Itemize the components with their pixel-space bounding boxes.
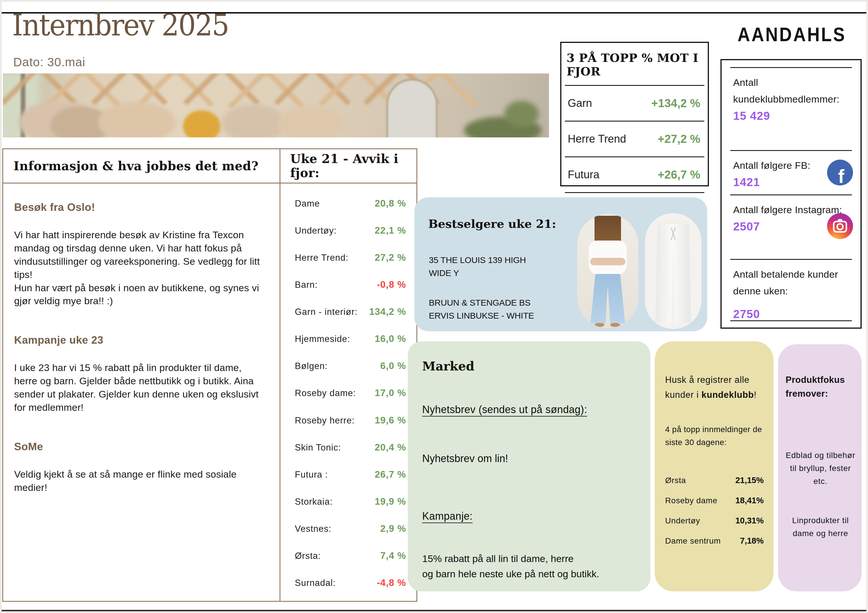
stat-row: Garn - interiør:134,2 % bbox=[288, 306, 408, 317]
stat-kundeklubb: Antall kundeklubbmedlemmer: 15 429 bbox=[722, 68, 860, 150]
social-stats-sidebar: Antall kundeklubbmedlemmer: 15 429 Antal… bbox=[721, 59, 862, 329]
info-heading: SoMe bbox=[14, 441, 262, 453]
facebook-icon: f bbox=[827, 159, 853, 186]
top3-row: Herre Trend +27,2 % bbox=[565, 122, 704, 157]
date-label: Dato: 30.mai bbox=[13, 55, 85, 69]
info-paragraph: Vi har hatt inspirerende besøk av Kristi… bbox=[14, 228, 262, 308]
bottom-rule bbox=[0, 610, 868, 613]
stat-row: Hjemmeside:16,0 % bbox=[288, 333, 408, 344]
newsletter-body: Nyhetsbrev om lin! bbox=[422, 452, 636, 464]
productfocus-item: Linprodukter til dame og herre bbox=[786, 514, 855, 540]
info-heading: Kampanje uke 23 bbox=[14, 334, 262, 346]
stat-row: Dame20,8 % bbox=[288, 198, 408, 209]
stat-row: Skin Tonic:20,4 % bbox=[288, 442, 408, 453]
info-and-stats-box: Informasjon & hva jobbes det med? Uke 21… bbox=[2, 149, 417, 602]
kundeklubb-row: Roseby dame18,41% bbox=[665, 496, 764, 505]
newsletter-page: Internbrev 2025 Dato: 30.mai AANDAHLS 3 … bbox=[0, 0, 868, 613]
brand-logo: AANDAHLS bbox=[736, 23, 846, 46]
stat-row: Roseby herre:19,6 % bbox=[288, 415, 408, 426]
stat-row: Barn:-0,8 % bbox=[288, 279, 408, 290]
stats-title: Uke 21 - Avvik i fjor: bbox=[290, 152, 417, 180]
instagram-icon bbox=[827, 213, 853, 239]
top3-box: 3 PÅ TOPP % MOT I FJOR Garn +134,2 % Her… bbox=[560, 42, 709, 186]
bestsellers-title: Bestselgere uke 21: bbox=[428, 217, 556, 231]
kundeklubb-box: Husk å registrer alle kunder i kundeklub… bbox=[655, 341, 773, 591]
clothes-rack-banner-image bbox=[3, 73, 549, 138]
newsletter-heading: Nyhetsbrev (sendes ut på søndag): bbox=[422, 404, 636, 416]
info-heading: Besøk fra Oslo! bbox=[14, 201, 262, 214]
info-column: Besøk fra Oslo! Vi har hatt inspirerende… bbox=[3, 184, 281, 601]
kundeklubb-row: Dame sentrum7,18% bbox=[665, 536, 764, 546]
box-header-row: Informasjon & hva jobbes det med? Uke 21… bbox=[3, 149, 417, 184]
stat-row: Surnadal:-4,8 % bbox=[288, 577, 408, 588]
stat-row: Futura :26,7 % bbox=[288, 469, 408, 480]
kundeklubb-row: Undertøy10,31% bbox=[665, 516, 764, 525]
info-title: Informasjon & hva jobbes det med? bbox=[14, 159, 259, 173]
stat-row: Undertøy:22,1 % bbox=[288, 225, 408, 236]
stats-table: Dame20,8 % Undertøy:22,1 % Herre Trend:2… bbox=[281, 184, 417, 601]
stat-row: Herre Trend:27,2 % bbox=[288, 252, 408, 263]
top3-row: Garn +134,2 % bbox=[565, 86, 704, 122]
productfocus-title: Produktfokus fremover: bbox=[786, 373, 855, 401]
kundeklubb-intro: Husk å registrer alle kunder i kundeklub… bbox=[665, 373, 764, 402]
kundeklubb-subtitle: 4 på topp innmeldinger de siste 30 dagen… bbox=[665, 423, 764, 449]
stat-instagram: Antall følgere Instagram: 2507 bbox=[722, 195, 860, 259]
stat-row: Storkaia:19,9 % bbox=[288, 496, 408, 507]
mirror bbox=[386, 79, 438, 138]
page-title: Internbrev 2025 bbox=[12, 8, 228, 43]
campaign-body: 15% rabatt på all lin til dame, herre og… bbox=[422, 551, 636, 581]
bestsellers-box: Bestselgere uke 21: 35 THE LOUIS 139 HIG… bbox=[414, 197, 707, 331]
campaign-heading: Kampanje: bbox=[422, 510, 636, 522]
product-photo-jeans bbox=[577, 214, 638, 328]
info-paragraph: Veldig kjekt å se at så mange er flinke … bbox=[14, 468, 262, 494]
bestseller-item: 35 THE LOUIS 139 HIGH WIDE Y bbox=[429, 254, 535, 279]
top3-row: Futura +26,7 % bbox=[565, 157, 704, 193]
kundeklubb-row: Ørsta21,15% bbox=[665, 475, 764, 485]
stat-row: Vestnes:2,9 % bbox=[288, 523, 408, 534]
productfocus-box: Produktfokus fremover: Edblad og tilbehø… bbox=[778, 344, 862, 591]
stat-facebook: Antall følgere FB: 1421 f bbox=[722, 151, 860, 194]
stat-row: Roseby dame:17,0 % bbox=[288, 387, 408, 398]
stat-paying-customers: Antall betalende kunder denne uken: 2750 bbox=[722, 260, 860, 320]
stat-row: Ørsta:7,4 % bbox=[288, 550, 408, 561]
product-photo-linen-pants bbox=[645, 213, 701, 329]
bestseller-item: BRUUN & STENGADE BS ERVIS LINBUKSE - WHI… bbox=[429, 296, 535, 322]
info-paragraph: I uke 23 har vi 15 % rabatt på lin produ… bbox=[14, 361, 262, 414]
productfocus-item: Edblad og tilbehør til bryllup, fester e… bbox=[786, 449, 855, 488]
marked-title: Marked bbox=[422, 359, 636, 373]
top3-title: 3 PÅ TOPP % MOT I FJOR bbox=[561, 43, 708, 78]
marked-box: Marked Nyhetsbrev (sendes ut på søndag):… bbox=[408, 341, 650, 591]
stat-row: Bølgen:6,0 % bbox=[288, 361, 408, 371]
